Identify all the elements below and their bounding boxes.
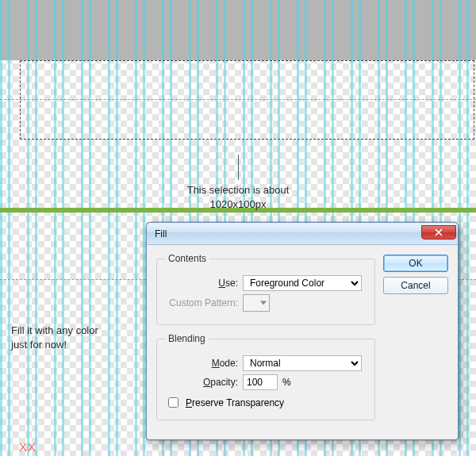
- annotation-pointer: [238, 155, 239, 180]
- mode-label: Mode:: [165, 358, 238, 369]
- contents-legend: Contents: [165, 253, 209, 264]
- marquee-selection: [20, 60, 474, 140]
- annotation-text: just for now!: [11, 338, 98, 352]
- close-icon: [435, 228, 443, 236]
- watermark: XX: [19, 440, 36, 454]
- ok-button[interactable]: OK: [383, 255, 448, 272]
- preserve-transparency-label: Preserve Transparency: [186, 397, 284, 408]
- custom-pattern-picker: [243, 294, 270, 312]
- dialog-titlebar[interactable]: Fill: [147, 223, 458, 245]
- annotation-text: 1020x100px: [0, 197, 476, 212]
- opacity-unit: %: [282, 377, 291, 388]
- annotation-text: Fill it with any color: [11, 324, 98, 338]
- preserve-transparency-checkbox[interactable]: [168, 397, 178, 408]
- close-button[interactable]: [421, 225, 456, 239]
- use-label: Use:: [165, 278, 238, 289]
- contents-group: Contents Use: Foreground Color Custom Pa…: [156, 253, 375, 325]
- blending-group: Blending Mode: Normal Opacity: % Preserv…: [156, 333, 375, 420]
- mode-select[interactable]: Normal: [243, 355, 362, 371]
- dialog-body: Contents Use: Foreground Color Custom Pa…: [147, 245, 458, 439]
- fill-dialog: Fill Contents Use: Foreground Color Cust…: [146, 222, 459, 440]
- blending-legend: Blending: [165, 333, 209, 344]
- dialog-title: Fill: [155, 228, 167, 239]
- use-select[interactable]: Foreground Color: [243, 275, 362, 291]
- opacity-label: Opacity:: [165, 377, 238, 388]
- cancel-button[interactable]: Cancel: [383, 277, 448, 294]
- annotation-fill-hint: Fill it with any color just for now!: [11, 324, 98, 351]
- custom-pattern-label: Custom Pattern:: [165, 297, 238, 308]
- opacity-input[interactable]: [243, 374, 278, 390]
- annotation-text: This selection is about: [0, 183, 476, 197]
- annotation-selection-size: This selection is about 1020x100px: [0, 155, 476, 211]
- canvas-gray-region: [0, 0, 476, 60]
